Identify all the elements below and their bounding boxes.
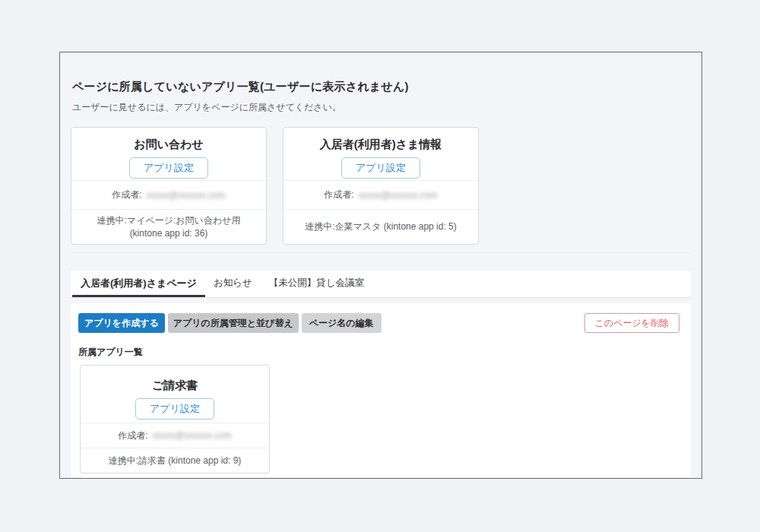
tab-meeting-room-unpublished[interactable]: 【未公開】貸し会議室 (261, 271, 372, 297)
app-creator-row: 作成者: xxxxx@xxxxxx.com (71, 180, 266, 209)
app-name: ご請求書 (152, 378, 198, 393)
unassigned-apps-list: お問い合わせ アプリ設定 作成者: xxxxx@xxxxxx.com 連携中:マ… (71, 127, 479, 245)
app-settings-button[interactable]: アプリ設定 (341, 157, 420, 179)
delete-page-button[interactable]: このページを削除 (584, 313, 679, 333)
app-name: お問い合わせ (134, 138, 203, 152)
app-name: 入居者(利用者)さま情報 (320, 138, 442, 152)
app-linked-row: 連携中:企業マスタ (kintone app id: 5) (283, 209, 478, 244)
page-tabs: 入居者(利用者)さまページ お知らせ 【未公開】貸し会議室 (71, 271, 691, 298)
app-creator-row: 作成者: xxxxx@xxxxxx.com (283, 180, 478, 209)
creator-value-blurred: xxxxx@xxxxxx.com (359, 190, 438, 201)
rename-page-button[interactable]: ページ名の編集 (302, 313, 382, 333)
section-divider (72, 252, 689, 253)
creator-value-blurred: xxxxx@xxxxxx.com (147, 190, 226, 201)
creator-label: 作成者: (324, 188, 353, 201)
creator-label: 作成者: (112, 188, 141, 201)
app-card-head: ご請求書 アプリ設定 (81, 366, 269, 423)
app-creator-row: 作成者: xxxxx@xxxxxx.com (81, 423, 269, 448)
app-settings-button[interactable]: アプリ設定 (129, 157, 208, 179)
admin-panel: ページに所属していないアプリ一覧(ユーザーに表示されません) ユーザーに見せるに… (59, 52, 702, 479)
assigned-apps-title: 所属アプリ一覧 (78, 346, 691, 359)
app-settings-button[interactable]: アプリ設定 (135, 398, 214, 420)
page-content-panel: アプリを作成する アプリの所属管理と並び替え ページ名の編集 このページを削除 … (71, 303, 691, 477)
app-card-head: 入居者(利用者)さま情報 アプリ設定 (283, 128, 478, 180)
app-card-contact: お問い合わせ アプリ設定 作成者: xxxxx@xxxxxx.com 連携中:マ… (71, 127, 267, 245)
app-linked-row: 連携中:マイページ:お問い合わせ用 (kintone app id: 36) (71, 209, 266, 244)
tab-news[interactable]: お知らせ (205, 271, 261, 297)
unassigned-apps-subtitle: ユーザーに見せるには、アプリをページに所属させてください。 (72, 101, 341, 114)
app-linked-row: 連携中:請求書 (kintone app id: 9) (81, 448, 269, 473)
create-app-button[interactable]: アプリを作成する (78, 313, 165, 333)
creator-label: 作成者: (118, 429, 147, 442)
manage-apps-button[interactable]: アプリの所属管理と並び替え (168, 313, 299, 333)
tab-residents-page[interactable]: 入居者(利用者)さまページ (72, 271, 205, 297)
app-card-resident-info: 入居者(利用者)さま情報 アプリ設定 作成者: xxxxx@xxxxxx.com… (283, 127, 479, 245)
app-card-invoice: ご請求書 アプリ設定 作成者: xxxxx@xxxxxx.com 連携中:請求書… (80, 365, 270, 473)
unassigned-apps-title: ページに所属していないアプリ一覧(ユーザーに表示されません) (72, 80, 409, 94)
page-toolbar: アプリを作成する アプリの所属管理と並び替え ページ名の編集 このページを削除 (71, 303, 691, 333)
creator-value-blurred: xxxxx@xxxxxx.com (153, 430, 232, 441)
app-card-head: お問い合わせ アプリ設定 (71, 128, 266, 180)
